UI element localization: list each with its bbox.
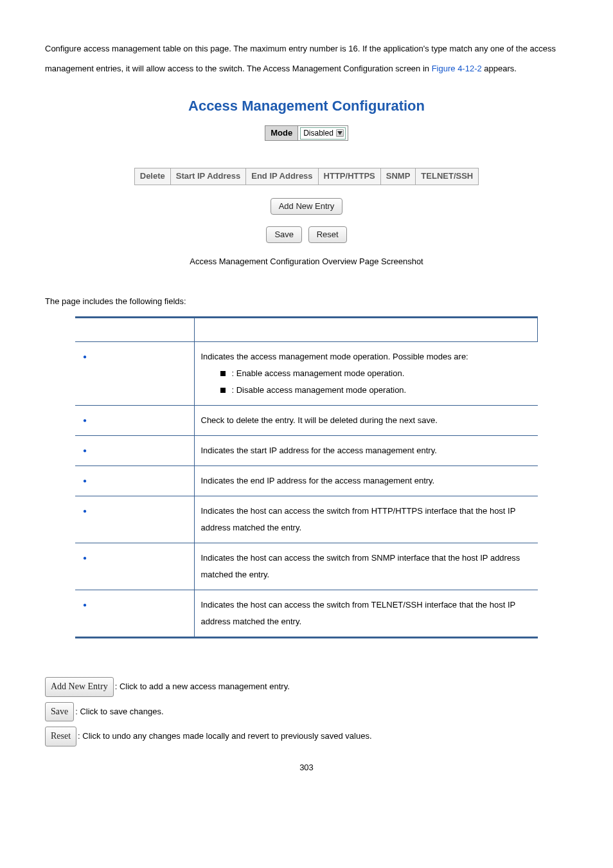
intro-paragraph: Configure access management table on thi… <box>45 39 568 78</box>
reset-button[interactable]: Reset <box>308 226 347 243</box>
desc-text: Indicates the end IP address for the acc… <box>194 466 538 496</box>
mode-select[interactable]: Disabled <box>300 127 346 140</box>
entries-table: Delete Start IP Address End IP Address H… <box>134 168 479 185</box>
save-text: : Click to save changes. <box>75 704 163 720</box>
col-end-ip: End IP Address <box>246 168 318 185</box>
header-description <box>194 318 538 342</box>
col-snmp: SNMP <box>380 168 416 185</box>
config-screenshot: Access Management Configuration Mode Dis… <box>45 96 568 243</box>
intro-text-b: appears. <box>482 64 517 73</box>
desc-intro: Indicates the access management mode ope… <box>201 348 531 365</box>
config-title: Access Management Configuration <box>45 96 568 116</box>
page-number: 303 <box>45 762 568 773</box>
table-row: ● Indicates the end IP address for the a… <box>75 466 538 496</box>
add-entry-text: : Click to add a new access management e… <box>115 679 290 695</box>
sub-text: : Disable access management mode operati… <box>232 385 407 395</box>
col-telnet: TELNET/SSH <box>416 168 479 185</box>
table-row: ● Indicates the start IP address for the… <box>75 436 538 466</box>
bullet-icon: ● <box>83 601 87 608</box>
sub-text: : Enable access management mode operatio… <box>232 368 405 378</box>
figure-link[interactable]: Figure 4-12-2 <box>432 64 482 73</box>
save-btn-img: Save <box>45 702 74 722</box>
reset-btn-img: Reset <box>45 727 76 746</box>
reset-text: : Click to undo any changes made locally… <box>78 728 371 745</box>
header-object <box>75 318 194 342</box>
desc-text: Indicates the host can access the switch… <box>194 496 538 543</box>
chevron-down-icon <box>336 129 344 137</box>
add-entry-button[interactable]: Add New Entry <box>271 198 343 215</box>
col-delete: Delete <box>134 168 170 185</box>
table-row: ● Indicates the host can access the swit… <box>75 496 538 543</box>
screenshot-caption: Access Management Configuration Overview… <box>45 256 568 267</box>
fields-intro: The page includes the following fields: <box>45 296 568 307</box>
add-entry-btn-img: Add New Entry <box>45 677 114 697</box>
mode-value: Disabled <box>303 128 333 139</box>
mode-box: Mode Disabled <box>265 125 348 141</box>
buttons-section: Add New Entry : Click to add a new acces… <box>45 677 568 746</box>
mode-label: Mode <box>265 126 298 140</box>
square-icon <box>220 388 226 393</box>
bullet-icon: ● <box>83 554 87 561</box>
bullet-icon: ● <box>83 353 87 360</box>
table-row: ● Indicates the access management mode o… <box>75 342 538 406</box>
save-button[interactable]: Save <box>266 226 302 243</box>
table-row: ● Check to delete the entry. It will be … <box>75 406 538 436</box>
bullet-icon: ● <box>83 447 87 454</box>
square-icon <box>220 371 226 376</box>
fields-header-row <box>75 318 538 342</box>
desc-text: Indicates the host can access the switch… <box>194 543 538 590</box>
bullet-icon: ● <box>83 477 87 484</box>
col-http: HTTP/HTTPS <box>318 168 380 185</box>
table-row: ● Indicates the host can access the swit… <box>75 590 538 638</box>
bullet-icon: ● <box>83 417 87 424</box>
col-start-ip: Start IP Address <box>170 168 245 185</box>
desc-text: Indicates the start IP address for the a… <box>194 436 538 466</box>
bullet-icon: ● <box>83 507 87 514</box>
table-row: ● Indicates the host can access the swit… <box>75 543 538 590</box>
desc-text: Indicates the host can access the switch… <box>194 590 538 638</box>
desc-text: Check to delete the entry. It will be de… <box>194 406 538 436</box>
fields-table: ● Indicates the access management mode o… <box>75 316 538 638</box>
